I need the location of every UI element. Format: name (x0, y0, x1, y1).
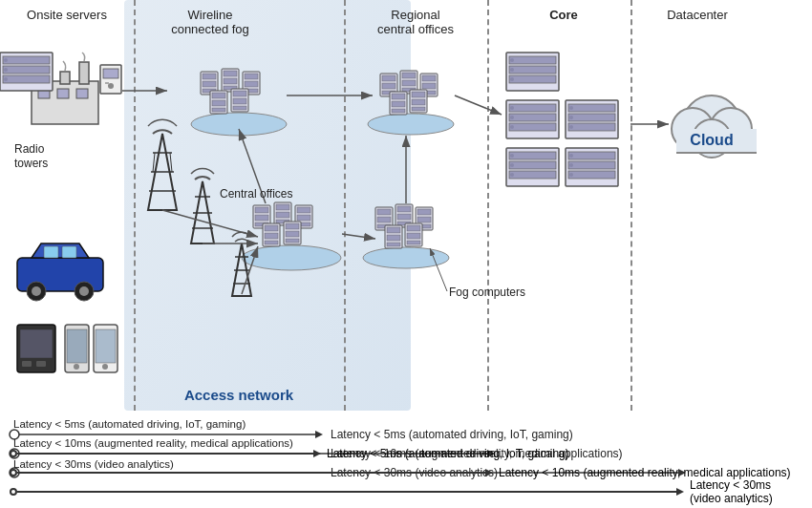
svg-line-99 (455, 95, 502, 115)
svg-point-177 (79, 286, 89, 296)
svg-point-91 (510, 173, 514, 177)
svg-rect-140 (417, 217, 431, 222)
svg-rect-135 (397, 206, 411, 212)
svg-point-63 (510, 77, 514, 81)
svg-rect-131 (377, 209, 391, 215)
phone-1-icon (65, 325, 89, 372)
svg-rect-53 (412, 92, 425, 97)
latency-2-arrow (485, 469, 493, 476)
svg-rect-24 (245, 74, 258, 79)
svg-rect-54 (412, 99, 425, 105)
svg-rect-126 (286, 223, 299, 229)
svg-rect-80 (568, 114, 615, 121)
latency-1-arrow (313, 450, 321, 457)
svg-rect-93 (568, 152, 615, 159)
svg-rect-28 (212, 93, 225, 98)
svg-rect-60 (509, 75, 556, 83)
svg-rect-74 (509, 123, 556, 131)
svg-rect-72 (509, 104, 556, 112)
svg-text:Latency < 5ms (automated drivi: Latency < 5ms (automated driving, IoT, g… (331, 428, 573, 441)
radio-tower-1 (148, 119, 177, 210)
svg-point-61 (510, 58, 514, 62)
svg-text:Cloud: Cloud (690, 132, 733, 148)
svg-point-14 (191, 113, 287, 136)
svg-rect-79 (568, 104, 615, 112)
svg-rect-181 (36, 361, 46, 367)
svg-rect-4 (60, 72, 70, 84)
svg-rect-59 (509, 66, 556, 74)
svg-rect-86 (509, 152, 556, 159)
latency-1-label-left: Latency < 5ms (automated driving, IoT, g… (13, 418, 246, 430)
svg-marker-191 (315, 431, 323, 438)
cloud-icon: Cloud (672, 95, 757, 158)
svg-rect-127 (286, 231, 299, 237)
svg-rect-12 (105, 82, 109, 84)
radio-towers-label-line2: towers (14, 157, 48, 170)
svg-rect-66 (3, 66, 50, 74)
svg-rect-132 (377, 217, 391, 222)
svg-point-69 (4, 68, 8, 72)
fog-computers-text: Fog computers (449, 286, 525, 299)
svg-line-167 (162, 210, 258, 237)
latency-2-dot (10, 469, 17, 476)
svg-rect-10 (103, 69, 118, 78)
central-offices-text: Central offices (220, 187, 292, 201)
svg-point-77 (510, 125, 514, 129)
svg-rect-114 (276, 204, 289, 210)
svg-rect-149 (407, 241, 420, 244)
svg-rect-88 (509, 171, 556, 179)
latency-2-line (17, 472, 485, 474)
svg-point-97 (569, 163, 573, 167)
phone-2-icon (94, 325, 118, 372)
latency-3-line (17, 491, 676, 493)
svg-rect-45 (422, 75, 436, 81)
svg-point-83 (569, 116, 573, 119)
fog-computers-cluster (375, 204, 433, 248)
svg-rect-144 (387, 235, 400, 241)
svg-rect-21 (224, 78, 237, 84)
svg-rect-173 (62, 246, 76, 258)
iot-device-1 (17, 325, 55, 372)
svg-point-70 (4, 77, 8, 81)
regional-server-cluster (380, 71, 438, 115)
svg-rect-139 (417, 209, 431, 215)
svg-point-175 (32, 286, 41, 296)
svg-rect-51 (392, 109, 405, 113)
svg-rect-148 (407, 233, 420, 239)
radio-towers-label-line1: Radio (14, 142, 45, 156)
svg-rect-5 (79, 62, 89, 84)
svg-rect-25 (245, 81, 258, 87)
svg-point-62 (510, 68, 514, 72)
svg-point-96 (569, 154, 573, 158)
svg-point-89 (510, 154, 514, 158)
svg-rect-136 (397, 214, 411, 220)
svg-rect-118 (297, 207, 310, 213)
svg-point-84 (569, 125, 573, 129)
svg-rect-55 (412, 107, 425, 111)
svg-line-150 (342, 234, 375, 239)
svg-rect-46 (422, 83, 436, 89)
latency-2-text: Latency < 10ms (augmented reality, medic… (499, 466, 791, 479)
diagram-container: Onsite servers Wirelineconnected fog Reg… (0, 0, 812, 508)
svg-point-82 (569, 106, 573, 110)
svg-rect-49 (392, 94, 405, 99)
central-offices-cluster (253, 202, 312, 246)
svg-rect-32 (233, 91, 246, 96)
svg-line-157 (153, 153, 155, 172)
latency-1-dot (10, 450, 17, 457)
svg-rect-58 (509, 56, 556, 64)
svg-rect-145 (387, 243, 400, 246)
svg-rect-50 (392, 101, 405, 107)
svg-marker-171 (32, 243, 89, 258)
svg-rect-67 (3, 75, 50, 83)
svg-rect-115 (276, 212, 289, 218)
svg-rect-119 (297, 215, 310, 221)
svg-rect-128 (286, 239, 299, 243)
svg-point-129 (363, 247, 449, 268)
latency-3-text: Latency < 30ms (video analytics) (690, 478, 802, 505)
svg-point-90 (510, 163, 514, 167)
svg-rect-123 (265, 233, 278, 239)
svg-rect-172 (44, 246, 58, 258)
svg-rect-42 (402, 80, 416, 86)
latency-3-arrow (676, 488, 684, 496)
